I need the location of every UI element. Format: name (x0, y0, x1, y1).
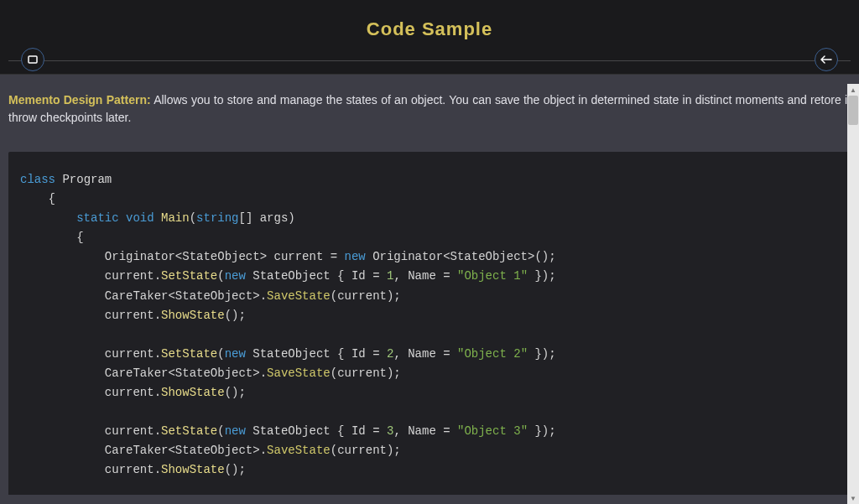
back-button[interactable] (815, 48, 838, 71)
scrollbar-thumb[interactable] (848, 96, 858, 125)
content-area: Memento Design Pattern: Allows you to st… (0, 75, 859, 495)
page-title: Code Sample (0, 18, 859, 40)
pattern-description: Memento Design Pattern: Allows you to st… (8, 91, 851, 127)
svg-rect-0 (29, 56, 37, 63)
maximize-button[interactable] (21, 48, 44, 71)
window-icon (28, 55, 38, 64)
pattern-label: Memento Design Pattern: (8, 93, 151, 107)
scrollbar-vertical[interactable]: ▲ ▼ (847, 84, 859, 504)
arrow-left-icon (820, 55, 832, 64)
scroll-up-arrow[interactable]: ▲ (847, 84, 859, 96)
code-sample: class Program { static void Main(string[… (8, 152, 851, 495)
header-divider (8, 60, 851, 61)
scroll-down-arrow[interactable]: ▼ (847, 492, 859, 504)
header-bar: Code Sample (0, 0, 859, 75)
